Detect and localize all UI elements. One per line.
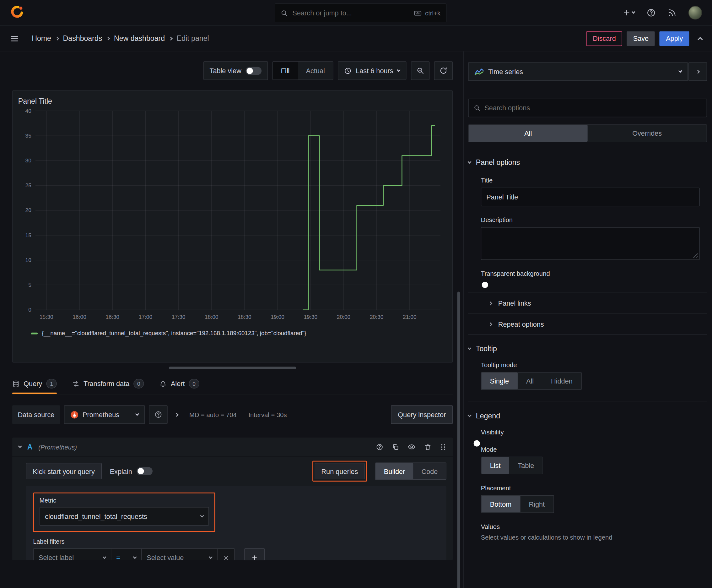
- metric-label: Metric: [40, 497, 209, 504]
- tooltip-mode-hidden[interactable]: Hidden: [542, 373, 581, 390]
- tooltip-mode-single[interactable]: Single: [481, 373, 517, 390]
- apply-button[interactable]: Apply: [660, 31, 689, 45]
- chevron-right-icon: [175, 413, 178, 417]
- svg-text:15: 15: [25, 232, 31, 238]
- explain-toggle[interactable]: [136, 467, 153, 475]
- visualization-picker[interactable]: Time series: [468, 62, 688, 81]
- discard-button[interactable]: Discard: [586, 31, 622, 45]
- options-search[interactable]: [468, 99, 707, 117]
- svg-text:17:00: 17:00: [139, 314, 152, 320]
- vertical-scrollbar[interactable]: [457, 292, 460, 588]
- breadcrumb-dashboards[interactable]: Dashboards: [63, 34, 102, 42]
- panel-title: Panel Title: [17, 94, 448, 106]
- panel-options-heading: Panel options: [476, 159, 520, 167]
- datasource-picker[interactable]: Prometheus: [64, 405, 145, 424]
- menu-toggle-button[interactable]: [10, 34, 19, 43]
- expand-query-options-button[interactable]: [175, 413, 178, 416]
- tab-alert-label: Alert: [171, 380, 185, 387]
- remove-filter-button[interactable]: [217, 548, 235, 560]
- panel-options-header[interactable]: Panel options: [468, 152, 707, 173]
- chevron-up-icon: [697, 37, 703, 42]
- duplicate-query-button[interactable]: [392, 443, 399, 450]
- options-filter-tabs: All Overrides: [468, 124, 707, 142]
- bell-icon: [159, 380, 167, 387]
- table-view-toggle[interactable]: [245, 67, 261, 75]
- tooltip-mode-all[interactable]: All: [518, 373, 542, 390]
- fill-option[interactable]: Fill: [273, 62, 298, 80]
- legend-item[interactable]: {__name__="cloudflared_tunnel_total_requ…: [31, 330, 448, 337]
- legend-header[interactable]: Legend: [468, 406, 707, 427]
- tab-overrides[interactable]: Overrides: [588, 125, 707, 142]
- zoom-out-button[interactable]: [411, 61, 429, 80]
- tab-all[interactable]: All: [469, 125, 588, 142]
- collapse-options-pane-button[interactable]: [688, 62, 707, 81]
- table-view-control[interactable]: Table view: [203, 61, 267, 80]
- repeat-options-section[interactable]: Repeat options: [468, 313, 707, 335]
- drag-query-handle[interactable]: [440, 443, 447, 450]
- select-value-dropdown[interactable]: Select value: [141, 548, 218, 560]
- options-search-input[interactable]: [484, 104, 701, 112]
- datasource-value: Prometheus: [83, 411, 119, 419]
- timeseries-chart[interactable]: 051015202530354015:3016:0016:3017:0017:3…: [17, 106, 447, 323]
- label-filters-label: Label filters: [33, 538, 439, 545]
- grafana-logo[interactable]: [10, 4, 24, 21]
- actual-option[interactable]: Actual: [298, 62, 333, 80]
- svg-text:21:00: 21:00: [403, 314, 416, 320]
- display-mode-group: Fill Actual: [272, 61, 333, 80]
- delete-query-button[interactable]: [424, 443, 431, 450]
- datasource-help-button[interactable]: [149, 405, 167, 424]
- news-button[interactable]: [667, 8, 676, 17]
- legend-mode-label: Mode: [481, 446, 707, 453]
- query-help-button[interactable]: [376, 443, 383, 450]
- tab-alert[interactable]: Alert 0: [159, 374, 199, 394]
- breadcrumb-new-dashboard[interactable]: New dashboard: [114, 34, 165, 42]
- collapse-header-button[interactable]: [698, 36, 702, 41]
- kick-start-query-button[interactable]: Kick start your query: [26, 463, 102, 479]
- timeseries-viz-icon: [475, 68, 484, 75]
- panel-resize-handle[interactable]: [169, 366, 296, 369]
- chevron-down-icon: [18, 444, 22, 448]
- chevron-down-icon: [468, 413, 471, 417]
- breadcrumb-home[interactable]: Home: [32, 34, 51, 42]
- legend-placement-group: Bottom Right: [481, 495, 554, 513]
- legend-placement-right[interactable]: Right: [520, 496, 554, 512]
- panel-title-input[interactable]: [481, 188, 700, 206]
- save-button[interactable]: Save: [627, 31, 655, 45]
- query-builder-body: Metric cloudflared_tunnel_total_requests…: [26, 486, 446, 560]
- transparent-background-label: Transparent background: [481, 270, 707, 277]
- global-search[interactable]: ctrl+k: [275, 4, 447, 22]
- add-new-button[interactable]: [623, 8, 635, 17]
- help-button[interactable]: [647, 8, 656, 17]
- builder-mode-option[interactable]: Builder: [376, 463, 413, 479]
- metric-select[interactable]: cloudflared_tunnel_total_requests: [40, 507, 209, 525]
- svg-text:20:00: 20:00: [337, 314, 350, 320]
- toggle-query-visibility-button[interactable]: [408, 443, 416, 451]
- add-filter-button[interactable]: [244, 548, 265, 560]
- panel-links-section[interactable]: Panel links: [468, 293, 707, 314]
- run-queries-button[interactable]: Run queries: [315, 463, 365, 479]
- copy-icon: [392, 443, 399, 450]
- refresh-button[interactable]: [434, 61, 453, 80]
- global-search-input[interactable]: [293, 9, 409, 17]
- svg-text:0: 0: [28, 307, 31, 313]
- query-toolbar: Kick start your query Explain Run querie…: [12, 457, 453, 486]
- svg-text:30: 30: [25, 158, 31, 164]
- legend-mode-table[interactable]: Table: [509, 457, 543, 474]
- svg-text:40: 40: [25, 108, 31, 114]
- time-range-picker[interactable]: Last 6 hours: [338, 61, 407, 80]
- select-label-dropdown[interactable]: Select label: [33, 548, 111, 560]
- code-mode-option[interactable]: Code: [413, 463, 446, 479]
- query-inspector-button[interactable]: Query inspector: [391, 405, 453, 424]
- legend-placement-bottom[interactable]: Bottom: [481, 496, 520, 512]
- tooltip-header[interactable]: Tooltip: [468, 339, 707, 360]
- description-textarea[interactable]: [481, 227, 700, 260]
- legend-mode-list[interactable]: List: [481, 457, 509, 474]
- tab-transform-data[interactable]: Transform data 0: [72, 374, 144, 394]
- operator-dropdown[interactable]: =: [111, 548, 142, 560]
- chevron-down-icon: [200, 513, 204, 517]
- query-header[interactable]: A (Prometheus): [12, 438, 453, 457]
- tab-query[interactable]: Query 1: [12, 374, 57, 394]
- user-avatar[interactable]: [688, 6, 702, 19]
- description-label: Description: [481, 216, 707, 224]
- datasource-label: Data source: [12, 405, 60, 424]
